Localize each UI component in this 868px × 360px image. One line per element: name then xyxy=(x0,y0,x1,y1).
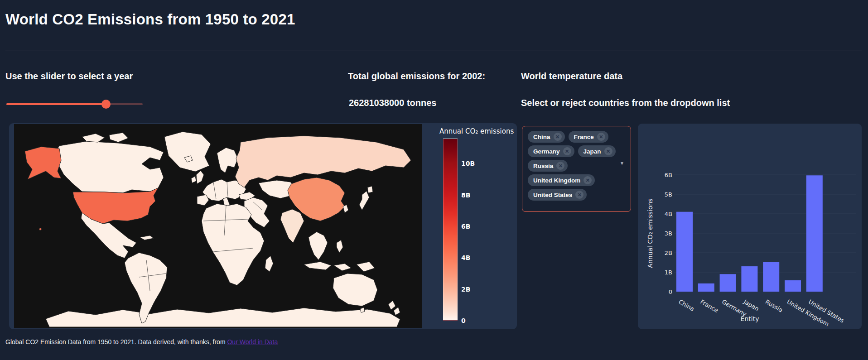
chip-label: Germany xyxy=(533,148,560,155)
colorbar-tick: 10B xyxy=(461,160,475,167)
divider xyxy=(5,51,862,51)
source-caption: Global CO2 Emission Data from 1950 to 20… xyxy=(5,338,278,346)
svg-text:0: 0 xyxy=(669,288,672,295)
emissions-bar-chart: 01B2B3B4B5B6BChinaFranceGermanyJapanRuss… xyxy=(638,124,862,329)
chip-remove-icon[interactable]: ✕ xyxy=(604,147,612,155)
chip-label: France xyxy=(574,134,594,140)
colorbar-ticks: 10B8B6B4B2B0 xyxy=(461,139,493,321)
colorbar-tick: 8B xyxy=(461,192,470,199)
chip-remove-icon[interactable]: ✕ xyxy=(554,133,562,141)
dropdown-instruction: Select or reject countries from the drop… xyxy=(521,98,730,108)
temperature-heading: World temperature data xyxy=(521,71,622,82)
svg-text:1B: 1B xyxy=(665,269,672,276)
svg-text:3B: 3B xyxy=(665,230,672,237)
country-united-states-hawaii xyxy=(39,228,42,230)
map-panel: Annual CO₂ emissions 10B8B6B4B2B0 xyxy=(9,123,517,329)
chip-label: China xyxy=(533,134,550,140)
chip-remove-icon[interactable]: ✕ xyxy=(563,147,571,155)
country-chip: United States✕ xyxy=(528,189,587,201)
svg-text:6B: 6B xyxy=(665,172,672,178)
chip-label: Russia xyxy=(533,163,553,169)
bar-chart-panel: 01B2B3B4B5B6BChinaFranceGermanyJapanRuss… xyxy=(638,124,862,329)
chip-label: United Kingdom xyxy=(533,177,580,184)
svg-text:Annual CO₂ emissions: Annual CO₂ emissions xyxy=(646,198,654,268)
slider-thumb[interactable] xyxy=(101,100,111,109)
chip-remove-icon[interactable]: ✕ xyxy=(583,176,592,184)
chip-remove-icon[interactable]: ✕ xyxy=(556,162,564,170)
svg-text:2B: 2B xyxy=(665,250,672,256)
country-japan-hokkaido xyxy=(367,186,373,193)
country-chip: Russia✕ xyxy=(528,160,568,172)
svg-text:5B: 5B xyxy=(665,191,672,198)
slider-fill xyxy=(6,103,106,105)
total-emissions-value: 26281038000 tonnes xyxy=(349,98,436,108)
chevron-down-icon[interactable]: ▼ xyxy=(620,161,624,166)
svg-text:Entity: Entity xyxy=(741,315,759,322)
svg-text:France: France xyxy=(699,298,719,314)
colorbar-tick: 6B xyxy=(461,223,470,230)
colorbar-tick: 2B xyxy=(461,286,470,293)
totals-heading: Total global emissions for 2002: xyxy=(348,71,485,82)
svg-text:4B: 4B xyxy=(665,211,672,217)
country-chip: United Kingdom✕ xyxy=(528,174,595,186)
slider-section-heading: Use the slider to select a year xyxy=(5,71,133,82)
svg-text:China: China xyxy=(678,298,696,313)
country-multiselect[interactable]: China✕France✕Germany✕Japan✕Russia✕United… xyxy=(522,126,631,212)
svg-text:Russia: Russia xyxy=(764,298,784,314)
world-map[interactable] xyxy=(14,124,422,328)
country-chip: Japan✕ xyxy=(578,145,616,157)
chip-label: Japan xyxy=(583,148,601,155)
caption-text: Global CO2 Emission Data from 1950 to 20… xyxy=(5,338,227,346)
colorbar-tick: 0 xyxy=(461,317,466,324)
country-chip: China✕ xyxy=(528,131,565,143)
country-chip: Germany✕ xyxy=(528,145,574,157)
colorbar-tick: 4B xyxy=(461,254,470,261)
country-chip: France✕ xyxy=(569,131,608,143)
chip-remove-icon[interactable]: ✕ xyxy=(575,191,583,199)
chip-label: United States xyxy=(533,192,572,198)
source-link[interactable]: Our World in Data xyxy=(227,338,278,346)
page-title: World CO2 Emissions from 1950 to 2021 xyxy=(5,11,295,28)
colorbar-gradient xyxy=(443,139,458,321)
year-slider[interactable] xyxy=(6,100,143,109)
colorbar-title: Annual CO₂ emissions xyxy=(439,127,514,135)
chip-remove-icon[interactable]: ✕ xyxy=(597,133,605,141)
